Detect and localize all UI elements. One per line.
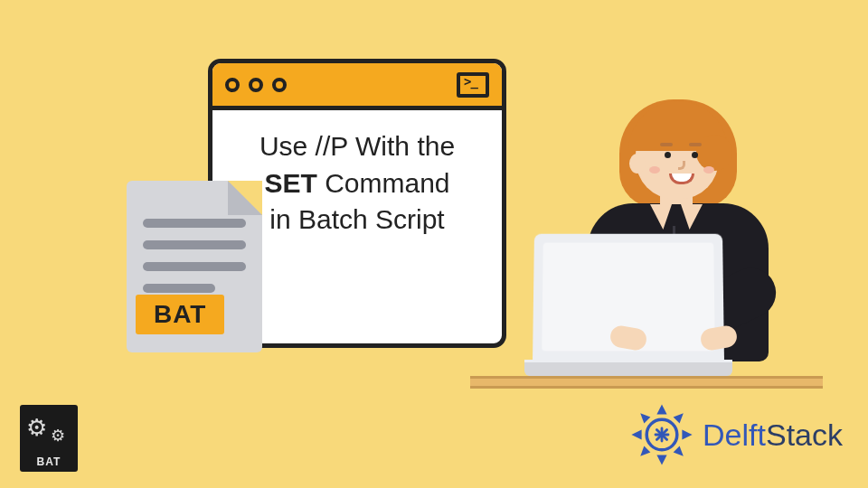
desk [470,376,823,389]
eye [692,152,698,158]
file-lines [143,219,246,305]
headline-line-2: SET Command [229,165,486,202]
eye [665,152,671,158]
brand-logo-icon [630,403,693,466]
headline-bold: SET [264,168,316,198]
blush [649,166,660,174]
svg-marker-3 [682,429,692,439]
window-dot [272,78,287,92]
file-line [143,262,246,271]
file-line [143,284,215,293]
svg-marker-6 [640,446,650,456]
brand-name-part2: Stack [766,418,843,452]
headline-line-2-rest: Command [317,168,450,198]
person-illustration [488,63,796,407]
gear-icon [20,416,78,439]
bat-corner-label: BAT [20,455,78,468]
bat-file-card: BAT [127,181,262,352]
window-controls [225,78,287,92]
window-dot [249,78,263,92]
laptop-base [524,360,732,376]
svg-marker-4 [640,413,650,423]
file-label: BAT [136,295,224,334]
ear [629,154,646,174]
brand-name-part1: Delft [703,418,766,452]
brand-name: DelftStack [703,418,843,453]
headline-line-3: in Batch Script [229,202,486,239]
terminal-icon [457,72,489,98]
collar [654,204,699,235]
window-dot [225,78,240,92]
headline-line-1: Use //P With the [229,128,486,165]
blush [703,166,714,174]
window-titlebar [212,63,502,110]
svg-marker-1 [656,455,666,465]
eyebrow [660,143,673,146]
bat-corner-icon: BAT [20,405,78,472]
file-line [143,219,246,228]
svg-marker-0 [656,404,666,414]
svg-marker-7 [674,446,684,456]
file-line [143,240,246,249]
eyebrow [689,143,702,146]
svg-marker-5 [674,413,684,423]
svg-marker-2 [631,429,641,439]
brand-lockup: DelftStack [630,403,843,466]
